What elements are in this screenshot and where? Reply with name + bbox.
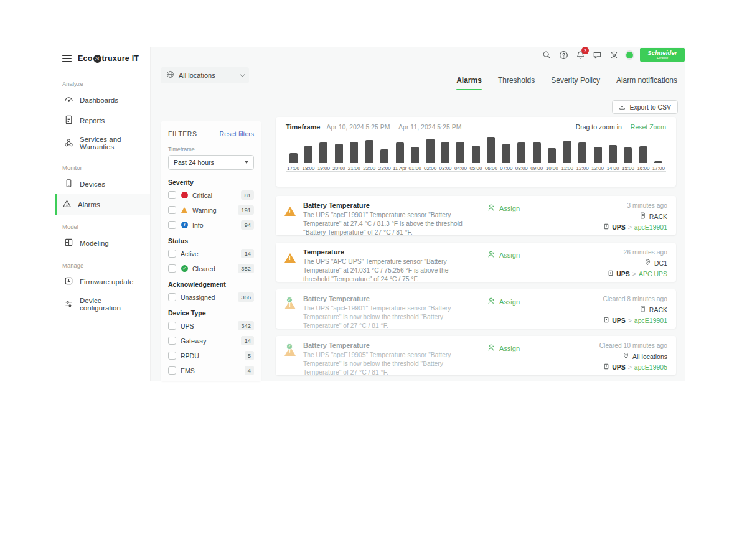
sidebar-item-dashboards[interactable]: Dashboards: [55, 90, 150, 110]
chart-bar[interactable]: [654, 161, 662, 163]
section-title: Manage: [55, 257, 150, 271]
tab-alarms[interactable]: Alarms: [456, 76, 482, 90]
chart-bar[interactable]: [563, 141, 571, 163]
alarm-title: Battery Temperature: [303, 202, 476, 209]
chevron-down-icon: [240, 72, 245, 77]
filter-option-rpdu: RPDU 5: [168, 351, 254, 360]
menu-icon[interactable]: [62, 55, 72, 62]
sidebar-item-reports[interactable]: Reports: [55, 110, 150, 131]
sidebar-item-alarms[interactable]: Alarms: [55, 194, 150, 215]
ups-checkbox[interactable]: [168, 322, 176, 330]
chart-bar[interactable]: [624, 147, 632, 163]
info-checkbox[interactable]: [168, 221, 176, 229]
chart-bar[interactable]: [502, 144, 510, 163]
user-avatar[interactable]: [625, 50, 634, 60]
ems-checkbox[interactable]: [168, 366, 176, 375]
active-checkbox[interactable]: [168, 250, 176, 258]
chart-bar[interactable]: [289, 153, 298, 163]
assign-button[interactable]: Assign: [487, 297, 520, 306]
export-to-csv-button[interactable]: Export to CSV: [612, 100, 678, 114]
alarm-histogram[interactable]: 17:0018:0019:0020:0021:0022:0023:0011 Ap…: [286, 136, 666, 172]
chart-bar[interactable]: [380, 149, 388, 163]
device-link[interactable]: apcE19901: [634, 223, 667, 231]
assign-button[interactable]: Assign: [487, 203, 520, 213]
alarm-title: Battery Temperature: [303, 295, 476, 302]
alarm-row-cleared[interactable]: ✓ Battery Temperature The UPS "apcE19901…: [276, 289, 676, 329]
warning-checkbox[interactable]: [168, 206, 176, 214]
device-link[interactable]: apcE19905: [634, 363, 667, 371]
sidebar-item-modeling[interactable]: Modeling: [55, 233, 150, 253]
alarm-location: RACK: [639, 306, 667, 314]
chart-tick-label: 16:00: [637, 166, 649, 171]
chart-tick-label: 06:00: [485, 166, 497, 171]
sidebar-item-services-and-warranties[interactable]: Services and Warranties: [55, 131, 150, 156]
chart-tick-label: 02:00: [424, 166, 436, 171]
rack-icon: [639, 306, 646, 314]
tab-severity-policy[interactable]: Severity Policy: [551, 76, 600, 90]
filter-group-title: Status: [168, 237, 254, 245]
chart-bar[interactable]: [456, 142, 464, 163]
chart-bar[interactable]: [319, 142, 327, 163]
sidebar-item-label: Firmware update: [80, 278, 133, 286]
sidebar-item-devices[interactable]: Devices: [55, 174, 150, 194]
sidebar-item-firmware-update[interactable]: Firmware update: [55, 271, 150, 292]
chart-bar[interactable]: [487, 137, 495, 163]
chart-bar[interactable]: [517, 142, 525, 163]
filter-option-warning: Warning 191: [168, 205, 254, 215]
location-dropdown[interactable]: All locations: [161, 67, 249, 83]
chart-bar[interactable]: [609, 145, 617, 163]
gateway-checkbox[interactable]: [168, 337, 176, 345]
unassigned-checkbox[interactable]: [168, 293, 176, 301]
rpdu-checkbox[interactable]: [168, 352, 176, 360]
help-icon[interactable]: [558, 49, 569, 60]
assign-button[interactable]: Assign: [487, 343, 520, 353]
chart-bar[interactable]: [639, 146, 647, 163]
ecostruxure-logo-mark: S: [93, 55, 101, 63]
settings-icon[interactable]: [608, 49, 619, 60]
cleared-checkbox[interactable]: [168, 264, 176, 273]
tab-thresholds[interactable]: Thresholds: [498, 76, 535, 90]
warning-triangle-icon: [284, 253, 296, 263]
filter-option-ups: UPS 342: [168, 321, 254, 330]
critical-icon: [181, 192, 188, 199]
chart-bar[interactable]: [472, 146, 480, 163]
reset-filters-link[interactable]: Reset filters: [220, 130, 254, 138]
filter-count: 352: [238, 264, 254, 273]
chart-bar[interactable]: [335, 144, 343, 163]
chart-bar[interactable]: [426, 139, 435, 163]
filter-group-severity: Severity Critical 81 Warning 191 i Info …: [168, 179, 254, 230]
alarms-icon: [62, 199, 72, 210]
chart-bar[interactable]: [578, 142, 586, 163]
chart-bar[interactable]: [441, 142, 449, 163]
sidebar-item-device-configuration[interactable]: Device configuration: [55, 292, 150, 317]
reset-zoom-link[interactable]: Reset Zoom: [631, 123, 666, 131]
section-title: Model: [55, 218, 150, 233]
timeframe-select[interactable]: Past 24 hours: [168, 155, 254, 170]
filter-count: 14: [241, 249, 254, 258]
chart-bar[interactable]: [350, 142, 358, 163]
filter-option-label: RPDU: [181, 352, 240, 360]
chart-bar[interactable]: [411, 147, 419, 163]
chart-tick-label: 05:00: [469, 166, 482, 171]
chart-tick-label: 10:00: [546, 166, 558, 171]
critical-checkbox[interactable]: [168, 191, 176, 199]
chart-bar[interactable]: [396, 142, 404, 163]
alarm-row[interactable]: Temperature The UPS "APC UPS" Temperatur…: [276, 243, 676, 282]
chart-bar[interactable]: [594, 147, 602, 163]
alarm-row-cleared[interactable]: ✓ Battery Temperature The UPS "apcE19905…: [276, 336, 676, 375]
chart-bar[interactable]: [365, 140, 374, 163]
chart-bar[interactable]: [548, 148, 556, 163]
tab-alarm-notifications[interactable]: Alarm notifications: [616, 76, 677, 90]
schneider-electric-logo[interactable]: Schneider Electric: [640, 48, 685, 62]
device-link[interactable]: APC UPS: [639, 270, 667, 278]
assign-button[interactable]: Assign: [487, 250, 520, 259]
filter-option-label: Warning: [192, 207, 233, 214]
device-link[interactable]: apcE19901: [634, 317, 667, 324]
schneider-logo-text: Schneider: [647, 50, 677, 56]
notifications-icon[interactable]: 3: [575, 49, 586, 60]
chart-bar[interactable]: [533, 142, 541, 163]
chart-bar[interactable]: [304, 146, 312, 163]
alarm-row[interactable]: Battery Temperature The UPS "apcE19901" …: [276, 196, 676, 235]
search-icon[interactable]: [541, 49, 552, 60]
feedback-icon[interactable]: [591, 49, 603, 60]
